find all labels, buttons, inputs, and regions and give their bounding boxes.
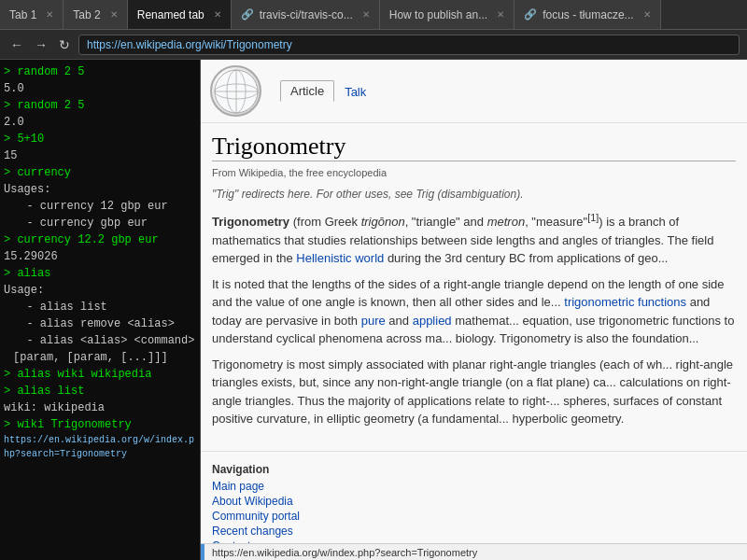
tab-tab1[interactable]: Tab 1 ✕ (0, 0, 63, 29)
tab-bar: Tab 1 ✕ Tab 2 ✕ Renamed tab ✕ 🔗 travis-c… (0, 0, 747, 30)
tab-publish[interactable]: How to publish an... ✕ (380, 0, 514, 29)
wiki-tabs: Article Talk (280, 80, 376, 102)
status-bar-text: https://en.wikipedia.org/w/index.php?sea… (206, 547, 477, 558)
sidebar-link-mainpage[interactable]: Main page (212, 479, 736, 494)
forward-button[interactable]: → (32, 37, 50, 52)
terminal-line-8: > alias list (4, 383, 196, 399)
trig-functions-link[interactable]: trigonometric functions (564, 295, 686, 309)
terminal-output-5: 15.29026 (4, 248, 196, 265)
tab-focus[interactable]: 🔗 focus - tłumacze... ✕ (514, 0, 660, 29)
pure-link[interactable]: pure (361, 314, 386, 328)
wiki-logo (210, 65, 261, 117)
nav-section-title: Navigation (212, 463, 736, 476)
terminal-line-3: > 5+10 (4, 131, 196, 147)
wiki-title: Trigonometry (212, 133, 736, 161)
tab2-label: Tab 2 (73, 8, 100, 21)
tab-renamed[interactable]: Renamed tab ✕ (128, 0, 232, 29)
tab6-label: focus - tłumacze... (543, 8, 633, 21)
tab4-close[interactable]: ✕ (362, 9, 370, 20)
tab5-label: How to publish an... (389, 8, 487, 21)
refresh-button[interactable]: ↻ (56, 37, 73, 52)
terminal-output-4b: - currency gbp eur (4, 215, 196, 231)
address-bar: ← → ↻ (0, 30, 747, 60)
terminal-output-3: 15 (4, 147, 196, 164)
tab4-icon: 🔗 (241, 8, 254, 21)
wiki-para-2: It is noted that the lengths of the side… (212, 275, 736, 348)
tab6-close[interactable]: ✕ (643, 9, 651, 20)
terminal-line-7: > alias wiki wikipedia (4, 366, 196, 383)
terminal-panel[interactable]: > random 2 5 5.0 > random 2 5 2.0 > 5+10… (0, 60, 201, 560)
tab-tab2[interactable]: Tab 2 ✕ (63, 0, 127, 29)
wiki-para-3: Trigonometry is most simply associated w… (212, 356, 736, 428)
status-bar: https://en.wikipedia.org/w/index.php?sea… (201, 543, 747, 560)
hellenistic-link[interactable]: Hellenistic world (296, 251, 384, 265)
status-bar-accent (201, 544, 204, 560)
terminal-output-url: https://en.wikipedia.org/w/index.php?sea… (4, 433, 196, 461)
tab3-close[interactable]: ✕ (214, 9, 221, 20)
tab5-close[interactable]: ✕ (497, 9, 504, 20)
sidebar-link-about[interactable]: About Wikipedia (212, 494, 736, 509)
main-layout: > random 2 5 5.0 > random 2 5 2.0 > 5+10… (0, 60, 747, 560)
tab-travis[interactable]: 🔗 travis-ci/travis-co... ✕ (232, 0, 380, 29)
wiki-source: From Wikipedia, the free encyclopedia (212, 167, 736, 178)
terminal-output-4a: - currency 12 gbp eur (4, 198, 196, 215)
terminal-output-6b: - alias remove <alias> (4, 315, 196, 332)
tab1-label: Tab 1 (9, 8, 36, 21)
wiki-header: Article Talk (201, 60, 747, 123)
wiki-trig-redirect: "Trig" redirects here. For other uses, s… (212, 186, 736, 203)
terminal-line-2: > random 2 5 (4, 97, 196, 114)
wiki-tab-talk[interactable]: Talk (334, 81, 376, 102)
terminal-output-6a: - alias list (4, 299, 196, 315)
tab3-label: Renamed tab (137, 8, 204, 21)
wiki-tab-article[interactable]: Article (280, 80, 334, 102)
terminal-output-1: 5.0 (4, 80, 196, 97)
terminal-output-2: 2.0 (4, 114, 196, 131)
terminal-line-6: > alias (4, 265, 196, 282)
wiki-panel: Article Talk Trigonometry From Wikipedia… (201, 60, 747, 560)
tab2-close[interactable]: ✕ (110, 9, 118, 20)
applied-link[interactable]: applied (413, 314, 452, 328)
wiki-content: Trigonometry From Wikipedia, the free en… (201, 123, 747, 445)
sidebar-link-recent[interactable]: Recent changes (212, 524, 736, 539)
terminal-output-6c: - alias <alias> <command> [param, [param… (4, 332, 196, 366)
terminal-line-4: > currency (4, 164, 196, 181)
tab4-label: travis-ci/travis-co... (260, 8, 353, 21)
terminal-line-1: > random 2 5 (4, 63, 196, 80)
terminal-line-9: > wiki Trigonometry (4, 416, 196, 433)
sidebar-link-community[interactable]: Community portal (212, 509, 736, 524)
wiki-para-1: Trigonometry (from Greek trigōnon, "tria… (212, 210, 736, 268)
terminal-output-4: Usages: (4, 181, 196, 198)
terminal-line-5: > currency 12.2 gbp eur (4, 231, 196, 248)
tab6-icon: 🔗 (524, 8, 537, 21)
tab1-close[interactable]: ✕ (46, 9, 53, 20)
terminal-output-6: Usage: (4, 282, 196, 299)
terminal-output-8: wiki: wikipedia (4, 399, 196, 416)
back-button[interactable]: ← (7, 37, 26, 52)
address-input[interactable] (78, 35, 740, 55)
